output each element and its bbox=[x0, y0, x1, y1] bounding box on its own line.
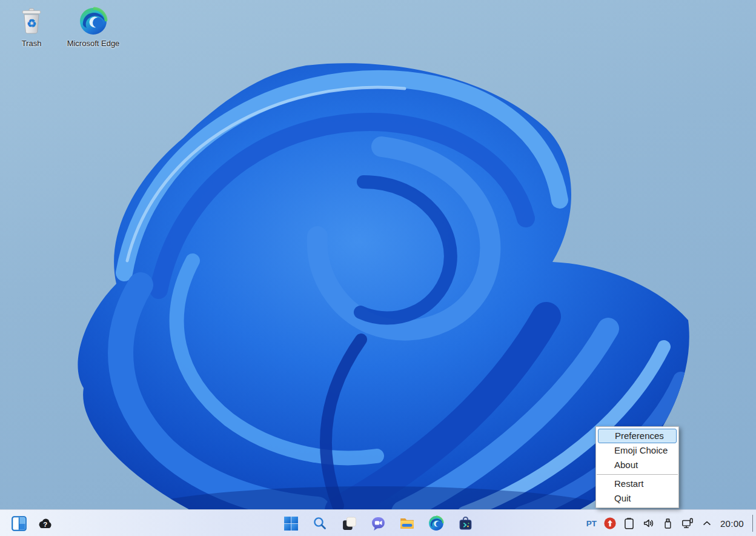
search-icon[interactable] bbox=[312, 515, 328, 531]
weather-cloud-icon[interactable]: ? bbox=[37, 515, 53, 531]
desktop-icon-label: Microsoft Edge bbox=[65, 39, 121, 48]
desktop-icon-label: Trash bbox=[4, 39, 59, 48]
menu-item-preferences[interactable]: Preferences bbox=[598, 429, 677, 443]
language-indicator[interactable]: PT bbox=[585, 519, 598, 528]
taskbar-center bbox=[283, 510, 473, 536]
workspace-pager-icon[interactable] bbox=[11, 515, 27, 531]
start-icon[interactable] bbox=[283, 515, 299, 531]
desktop-icon-trash[interactable]: ♻ Trash bbox=[4, 5, 59, 48]
menu-item-restart[interactable]: Restart bbox=[596, 477, 678, 491]
usb-drive-icon[interactable] bbox=[661, 516, 675, 531]
chevron-up-icon[interactable] bbox=[700, 516, 714, 531]
taskbar-clock[interactable]: 20:00 bbox=[719, 518, 745, 529]
edge-icon bbox=[65, 5, 121, 38]
menu-item-quit[interactable]: Quit bbox=[596, 491, 678, 506]
tray-context-menu: Preferences Emoji Choice About Restart Q… bbox=[595, 426, 679, 508]
task-view-icon[interactable] bbox=[341, 515, 357, 531]
chat-icon[interactable] bbox=[370, 515, 386, 531]
menu-item-about[interactable]: About bbox=[596, 458, 678, 472]
update-badge-icon[interactable] bbox=[603, 516, 617, 531]
desktop-icon-edge[interactable]: Microsoft Edge bbox=[65, 5, 121, 48]
taskbar: ? bbox=[0, 509, 756, 536]
clipboard-icon[interactable] bbox=[622, 516, 637, 531]
edge-icon[interactable] bbox=[428, 515, 444, 531]
menu-separator bbox=[597, 474, 678, 475]
display-icon[interactable] bbox=[680, 516, 695, 531]
svg-text:♻: ♻ bbox=[27, 18, 36, 30]
taskbar-left: ? bbox=[11, 510, 53, 536]
show-desktop-button[interactable] bbox=[752, 515, 753, 532]
taskbar-tray: PT bbox=[585, 510, 753, 536]
toolbox-icon[interactable] bbox=[457, 515, 473, 531]
trash-icon: ♻ bbox=[4, 5, 59, 38]
file-explorer-icon[interactable] bbox=[399, 515, 415, 531]
menu-item-emoji-choice[interactable]: Emoji Choice bbox=[596, 443, 678, 458]
svg-text:?: ? bbox=[43, 521, 47, 528]
volume-icon[interactable] bbox=[642, 516, 656, 531]
